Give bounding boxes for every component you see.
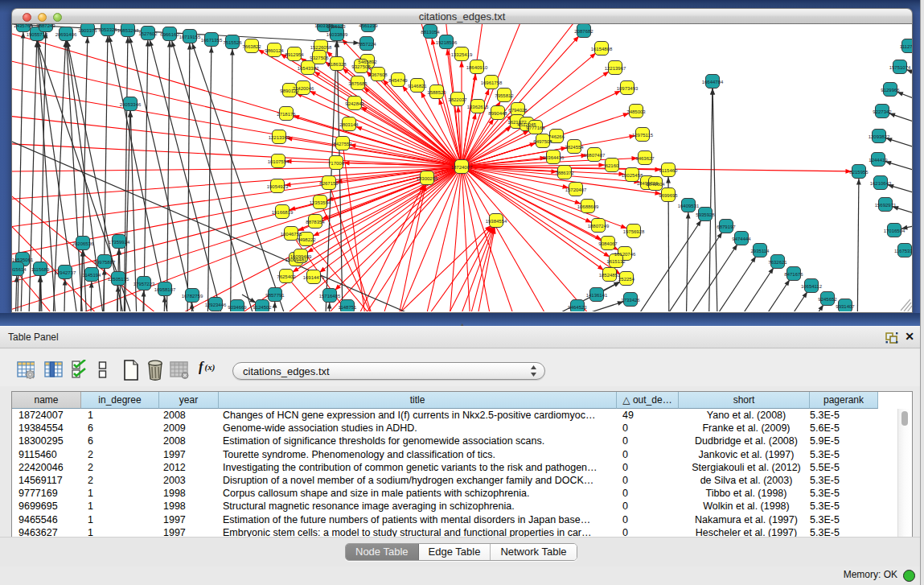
graph-node-label: 12093822 <box>869 134 890 139</box>
column-header-in_degree[interactable]: in_degree <box>81 392 159 409</box>
cell-pagerank: 5.6E-5 <box>810 422 878 435</box>
float-panel-icon[interactable] <box>885 332 898 344</box>
table-row[interactable]: 977716911998Corpus callosum shape and si… <box>12 487 912 500</box>
graph-node-label: 16543382 <box>298 66 319 71</box>
graph-edge-black <box>121 37 128 311</box>
graph-node-label: 16210643 <box>870 181 892 186</box>
graph-node-label: 17957223 <box>133 282 155 286</box>
cell-title: Tourette syndrome. Phenomenology and cla… <box>223 448 617 461</box>
new-file-icon[interactable] <box>122 360 140 384</box>
scrollbar-thumb[interactable] <box>901 411 908 426</box>
function-builder-icon[interactable]: f(x) <box>199 358 220 377</box>
graph-node-label: 9327506 <box>310 56 329 60</box>
table-row[interactable]: 1938455462009Genome-wide association stu… <box>12 422 912 435</box>
graph-node-label: 12213369 <box>269 135 290 140</box>
table-select-value: citations_edges.txt <box>243 365 330 377</box>
graph-node-label: 8878354 <box>306 220 325 225</box>
cell-pagerank: 5.3E-5 <box>810 487 878 500</box>
table-tab-bar: Node TableEdge TableNetwork Table <box>0 537 920 566</box>
graph-edge-black <box>889 113 912 138</box>
status-bar: Memory: OK <box>0 566 920 585</box>
graph-node-label: 8471676 <box>784 272 803 277</box>
graph-edge-black <box>472 302 623 311</box>
table-row[interactable]: 946554611997Estimation of the future num… <box>12 513 912 526</box>
cell-out_de: 0 <box>622 487 679 500</box>
graph-node-label: 10688609 <box>577 204 599 209</box>
graph-node-label: 11675338 <box>894 249 912 253</box>
delete-trash-icon[interactable] <box>146 360 164 384</box>
graph-edge-black <box>707 292 807 311</box>
graph-node-label: 1527602 <box>138 31 158 36</box>
unselect-rows-icon[interactable] <box>98 360 107 382</box>
graph-node-label: 746266 <box>548 134 565 139</box>
tab-node-table[interactable]: Node Table <box>346 544 419 560</box>
select-column-icon[interactable] <box>44 360 64 382</box>
graph-edge-black <box>165 41 170 311</box>
graph-node-label: 18807249 <box>588 224 610 229</box>
graph-node-label: 19055713 <box>27 32 48 37</box>
graph-node-label: 16782759 <box>182 294 203 299</box>
table-vertical-scrollbar[interactable] <box>897 409 910 538</box>
graph-node-label: 10025458 <box>622 173 643 178</box>
graph-edge-black <box>689 280 790 311</box>
column-header-pagerank[interactable]: pagerank <box>810 392 878 409</box>
column-header-year[interactable]: year <box>159 392 219 409</box>
cell-year: 1998 <box>163 500 219 513</box>
graph-node-label: 6794028 <box>508 108 528 113</box>
network-canvas[interactable]: 2435766190557139887243206914061903375105… <box>11 24 913 313</box>
graph-node-label: 19166819 <box>272 210 294 215</box>
column-header-out_de[interactable]: △ out_de… <box>617 392 679 409</box>
graph-node-label: 13325419 <box>451 52 473 57</box>
graph-node-label: 9084067 <box>598 241 618 246</box>
cell-title: Changes of HCN gene expression and I(f) … <box>223 409 617 422</box>
graph-node-label: 16671355 <box>201 38 223 43</box>
graph-node-label: 7857224 <box>357 42 376 47</box>
window-title: citations_edges.txt <box>12 10 912 23</box>
graph-node-label: 1849604 <box>646 182 665 187</box>
graph-node-label: 19756928 <box>623 229 645 234</box>
graph-node-label: 7515526 <box>223 40 242 45</box>
tab-network-table[interactable]: Network Table <box>491 544 576 560</box>
close-panel-icon[interactable]: ✕ <box>904 331 915 343</box>
table-row[interactable]: 911546021997Tourette syndrome. Phenomeno… <box>12 448 912 461</box>
network-view-window: citations_edges.txt 24357661905571398872… <box>11 8 913 313</box>
graph-node-label: 15751074 <box>889 65 911 70</box>
column-header-name[interactable]: name <box>12 392 81 409</box>
graph-edge-black <box>723 305 823 311</box>
tab-edge-table[interactable]: Edge Table <box>419 544 491 560</box>
cell-short: de Silva et al. (2003) <box>683 474 810 487</box>
column-settings-icon[interactable] <box>17 360 35 382</box>
graph-node-label: 8267150 <box>319 181 339 186</box>
graph-node-label: 19384554 <box>486 219 507 224</box>
graph-edge-red <box>335 171 456 290</box>
cell-pagerank: 5.3E-5 <box>810 448 878 461</box>
graph-node-label: 18524851 <box>599 273 621 278</box>
cell-in_degree: 1 <box>88 487 159 500</box>
graph-edge-red <box>363 185 425 311</box>
table-row[interactable]: 2242004622012Investigating the contribut… <box>12 461 912 474</box>
graph-node-label: 16535061 <box>12 257 34 262</box>
graph-node-label: 8813054 <box>421 30 440 35</box>
table-row[interactable]: 1830029562008Estimation of significance … <box>12 435 912 447</box>
table-row[interactable]: 1456911722003Disruption of a novel membe… <box>12 474 912 487</box>
cell-short: Jankovic et al. (1997) <box>683 448 810 461</box>
column-header-short[interactable]: short <box>679 392 810 409</box>
app-right-edge <box>920 0 924 585</box>
graph-node-label: 16120746 <box>614 252 636 257</box>
table-row[interactable]: 1872400712008Changes of HCN gene express… <box>12 409 912 422</box>
table-select-dropdown[interactable]: citations_edges.txt <box>232 362 545 380</box>
cell-in_degree: 1 <box>88 409 159 422</box>
window-titlebar[interactable]: citations_edges.txt <box>11 8 913 24</box>
cell-pagerank: 5.3E-5 <box>810 513 878 526</box>
svg-text:(x): (x) <box>205 362 216 373</box>
graph-edge-red <box>12 167 455 209</box>
column-header-title[interactable]: title <box>219 392 617 409</box>
table-row[interactable]: 969969511998Structural magnetic resonanc… <box>12 500 912 513</box>
graph-node-label: 12975115 <box>632 133 654 138</box>
graph-edge-red <box>468 170 619 250</box>
graph-node-label: 12923446 <box>205 303 227 307</box>
graph-edge-black <box>337 41 347 311</box>
graph-node-label: 9245652 <box>818 297 837 302</box>
select-all-checkbox-icon[interactable] <box>72 360 87 382</box>
graph-node-label: 9129966 <box>881 88 900 93</box>
